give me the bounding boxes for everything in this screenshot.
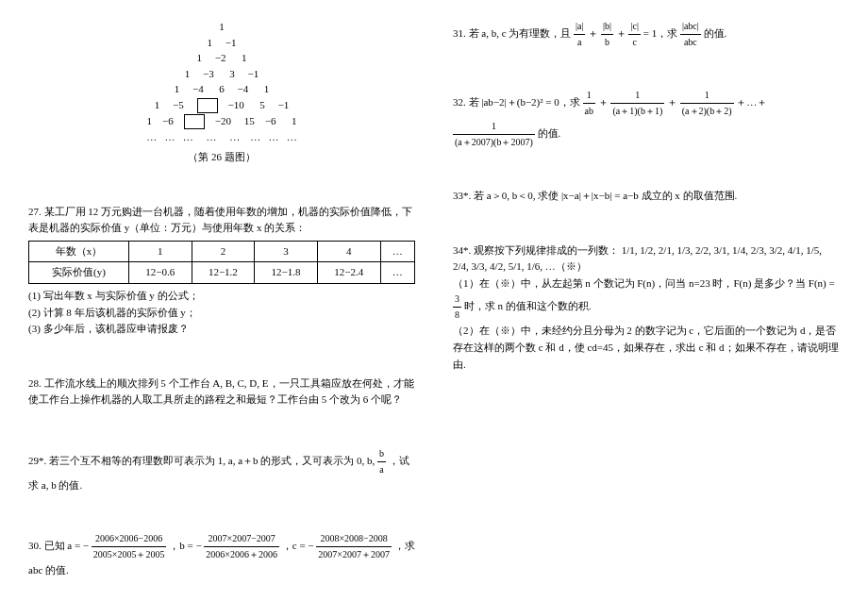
problem-30: 30. 已知 a = − 2006×2006−20062005×2005＋200…: [28, 531, 415, 579]
problem-27-intro: 27. 某工厂用 12 万元购进一台机器，随着使用年数的增加，机器的实际价值降低…: [28, 204, 415, 237]
problem-27-q3: (3) 多少年后，该机器应申请报废？: [28, 321, 415, 338]
figure-caption: （第 26 题图）: [28, 149, 415, 166]
fraction: 38: [453, 292, 461, 323]
fraction: |abc|abc: [680, 19, 701, 50]
fraction: |c|c: [628, 19, 640, 50]
problem-27: 27. 某工厂用 12 万元购进一台机器，随着使用年数的增加，机器的实际价值降低…: [28, 204, 415, 338]
value-table: 年数（x）1234… 实际价值(y)12−0.612−1.212−1.812−2…: [28, 241, 415, 284]
problem-33: 33*. 若 a＞0, b＜0, 求使 |x−a|＋|x−b| = a−b 成立…: [453, 188, 840, 205]
fraction: |b|b: [601, 19, 613, 50]
fraction: 1(a＋2007)(b＋2007): [453, 119, 535, 150]
fraction-c: 2008×2008−20082007×2007＋2007: [316, 531, 392, 562]
problem-29: 29*. 若三个互不相等的有理数即可表示为 1, a, a＋b 的形式，又可表示…: [28, 446, 415, 494]
problem-32: 32. 若 |ab−2|＋(b−2)² = 0，求 1ab ＋ 1(a＋1)(b…: [453, 88, 840, 150]
problem-28: 28. 工作流水线上的顺次排列 5 个工作台 A, B, C, D, E，一只工…: [28, 376, 415, 409]
fraction: |a|a: [574, 19, 585, 50]
fraction: ba: [377, 446, 386, 477]
problem-31: 31. 若 a, b, c 为有理数，且 |a|a ＋ |b|b ＋ |c|c …: [453, 19, 840, 50]
fraction: 1(a＋2)(b＋2): [680, 88, 734, 119]
fraction-b: 2007×2007−20072006×2006＋2006: [204, 531, 279, 562]
blank-box: [184, 114, 205, 129]
table-row: 实际价值(y)12−0.612−1.212−1.812−2.4…: [29, 262, 415, 284]
problem-27-q2: (2) 计算 8 年后该机器的实际价值 y；: [28, 305, 415, 322]
problem-34: 34*. 观察按下列规律排成的一列数： 1/1, 1/2, 2/1, 1/3, …: [453, 242, 840, 374]
pascal-triangle: 1 1 −1 1 −2 1 1 −3 3 −1 1 −4 6 −4 1 1 −5…: [28, 19, 415, 145]
problem-26-figure: 1 1 −1 1 −2 1 1 −3 3 −1 1 −4 6 −4 1 1 −5…: [28, 19, 415, 166]
blank-box: [197, 98, 218, 113]
problem-27-q1: (1) 写出年数 x 与实际价值 y 的公式；: [28, 288, 415, 305]
fraction: 1(a＋1)(b＋1): [610, 88, 664, 119]
fraction: 1ab: [583, 88, 595, 119]
table-row: 年数（x）1234…: [29, 241, 415, 262]
fraction-a: 2006×2006−20062005×2005＋2005: [92, 531, 167, 562]
problem-34-q2: （2）在（※）中，未经约分且分母为 2 的数字记为 c，它后面的一个数记为 d，…: [453, 323, 840, 373]
